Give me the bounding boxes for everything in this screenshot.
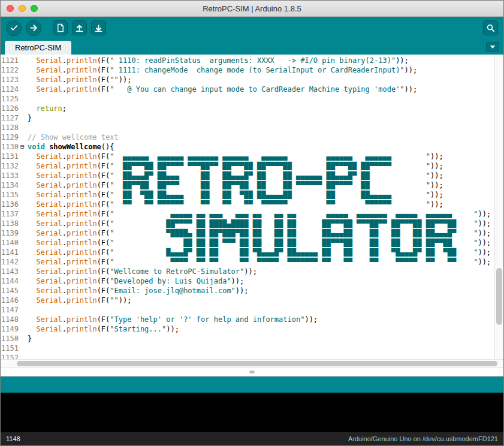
line-number: 1123 [1, 75, 20, 85]
code-text: Serial.println(F("")); [28, 75, 131, 85]
code-line[interactable]: 1137 Serial.println(F(" ▄▄▄▄▄ ▄▄ ▄▄▄ ▄▄▄… [1, 209, 494, 219]
code-line[interactable]: 1151 [1, 343, 494, 353]
code-line[interactable]: 1138 Serial.println(F(" ██▀▀▀▀ ██ ████▄█… [1, 219, 494, 228]
line-number: 1128 [1, 123, 20, 132]
code-line[interactable]: 1134 Serial.println(F(" ██▀▀██ ██▀▀▀ ██ … [1, 180, 494, 190]
tab-list-button[interactable] [486, 42, 499, 52]
tab-bar: RetroPC-SIM [1, 39, 503, 55]
code-text: Serial.println(F(" ▄▄▄▄▄▄ ▄▄▄▄▄▄ ▄▄▄▄▄▄▄… [28, 152, 443, 161]
fold-spacer [20, 334, 28, 343]
code-text: return; [28, 104, 67, 113]
line-number: 1133 [1, 171, 20, 180]
toolbar [1, 17, 503, 39]
fold-spacer [20, 171, 28, 180]
fold-spacer [20, 132, 28, 142]
close-window-button[interactable] [7, 5, 14, 12]
window-controls [7, 1, 38, 16]
new-sketch-button[interactable] [53, 20, 68, 35]
vertical-scrollbar[interactable] [494, 55, 503, 359]
line-number: 1151 [1, 343, 20, 353]
code-line[interactable]: 1121 Serial.println(F(" 1110: readPinSta… [1, 56, 494, 65]
code-line[interactable]: 1125 [1, 94, 494, 104]
code-line[interactable]: 1146 Serial.println(F("")); [1, 296, 494, 305]
fold-spacer [20, 286, 28, 296]
horizontal-scroll-thumb[interactable] [17, 361, 497, 366]
fold-spacer [20, 257, 28, 267]
fullscreen-window-button[interactable] [31, 5, 38, 12]
fold-spacer [20, 276, 28, 286]
fold-spacer [20, 104, 28, 113]
code-line[interactable]: 1142 Serial.println(F(" ▀▀▀▀ ▀▀ ▀▀ ▀▀ ▀▀… [1, 257, 494, 267]
code-editor[interactable]: 1121 Serial.println(F(" 1110: readPinSta… [1, 55, 503, 367]
arrow-down-document-icon [94, 23, 103, 32]
line-number: 1140 [1, 238, 20, 248]
code-line[interactable]: 1141 Serial.println(F(" █▄▄▄█▀ ██ ██ ██ … [1, 248, 494, 257]
code-line[interactable]: 1129// Show wellcome text [1, 132, 494, 142]
fold-spacer [20, 152, 28, 161]
tab-retropc-sim[interactable]: RetroPC-SIM [5, 41, 71, 55]
fold-spacer [20, 113, 28, 123]
code-line[interactable]: 1136 Serial.println(F(" ▀▀ ▀▀ ▀▀▀▀▀▀ ▀▀ … [1, 200, 494, 209]
fold-spacer [20, 228, 28, 238]
vertical-scroll-thumb[interactable] [496, 268, 502, 325]
line-number: 1125 [1, 94, 20, 104]
code-line[interactable]: 1144 Serial.println(F("Developed by: Lui… [1, 276, 494, 286]
minimize-window-button[interactable] [19, 5, 26, 12]
line-number: 1122 [1, 65, 20, 75]
check-icon [10, 23, 19, 32]
open-sketch-button[interactable] [72, 20, 87, 35]
code-line[interactable]: 1152 [1, 353, 494, 359]
line-number: 1130 [1, 142, 20, 152]
code-text: Serial.println(F(" 1111: changeMode chan… [28, 65, 417, 75]
line-number: 1121 [1, 56, 20, 65]
line-number: 1136 [1, 200, 20, 209]
code-line[interactable]: 1148 Serial.println(F("Type 'help' or '?… [1, 315, 494, 324]
code-text: Serial.println(F("Type 'help' or '?' for… [28, 315, 318, 324]
code-line[interactable]: 1124 Serial.println(F(" @ You can change… [1, 85, 494, 94]
line-number: 1132 [1, 161, 20, 171]
code-line[interactable]: 1139 Serial.println(F(" ▀████▄ ██ ██▀███… [1, 228, 494, 238]
code-text: Serial.println(F("Wellcome to RetroPC-Si… [28, 267, 257, 276]
horizontal-scrollbar[interactable] [1, 359, 503, 367]
code-line[interactable]: 1126 return; [1, 104, 494, 113]
serial-monitor-button[interactable] [483, 20, 498, 35]
code-line[interactable]: 1130⊟void showWellcome(){ [1, 142, 494, 152]
console-resize-handle[interactable] [1, 367, 503, 376]
fold-spacer [20, 94, 28, 104]
code-line[interactable]: 1135 Serial.println(F(" ██ ▀██ ██▄▄▄▄ ██… [1, 190, 494, 200]
code-line[interactable]: 1128 [1, 123, 494, 132]
code-text: Serial.println(F(" 1110: readPinStatus a… [28, 56, 409, 65]
line-number: 1147 [1, 305, 20, 315]
code-line[interactable]: 1150} [1, 334, 494, 343]
fold-spacer [20, 75, 28, 85]
titlebar: RetroPC-SIM | Arduino 1.8.5 [1, 1, 503, 17]
fold-spacer [20, 324, 28, 334]
code-line[interactable]: 1140 Serial.println(F(" ██ ██ ██ ▀▀▀ ██ … [1, 238, 494, 248]
fold-spacer [20, 267, 28, 276]
line-number: 1129 [1, 132, 20, 142]
line-number: 1152 [1, 353, 20, 359]
upload-button[interactable] [26, 20, 41, 36]
verify-button[interactable] [6, 20, 22, 36]
code-line[interactable]: 1122 Serial.println(F(" 1111: changeMode… [1, 65, 494, 75]
line-number: 1134 [1, 180, 20, 190]
arrow-right-icon [29, 23, 38, 32]
line-number: 1148 [1, 315, 20, 324]
code-line[interactable]: 1147 [1, 305, 494, 315]
resize-grip-icon [249, 370, 255, 373]
code-line[interactable]: 1143 Serial.println(F("Wellcome to Retro… [1, 267, 494, 276]
line-number: 1150 [1, 334, 20, 343]
code-line[interactable]: 1131 Serial.println(F(" ▄▄▄▄▄▄ ▄▄▄▄▄▄ ▄▄… [1, 152, 494, 161]
fold-marker-icon[interactable]: ⊟ [20, 142, 28, 152]
save-sketch-button[interactable] [91, 20, 106, 35]
code-line[interactable]: 1127} [1, 113, 494, 123]
code-line[interactable]: 1145 Serial.println(F("Email: jose.jlq@h… [1, 286, 494, 296]
document-icon [56, 23, 65, 32]
code-line[interactable]: 1149 Serial.println(F("Starting...")); [1, 324, 494, 334]
code-line[interactable]: 1132 Serial.println(F(" ██▀▀▀██ ██▀▀▀▀ ▀… [1, 161, 494, 171]
line-number: 1145 [1, 286, 20, 296]
code-line[interactable]: 1133 Serial.println(F(" ██▄▄▄█▀ ██▄▄▄ ██… [1, 171, 494, 180]
fold-spacer [20, 180, 28, 190]
code-line[interactable]: 1123 Serial.println(F("")); [1, 75, 494, 85]
fold-spacer [20, 315, 28, 324]
